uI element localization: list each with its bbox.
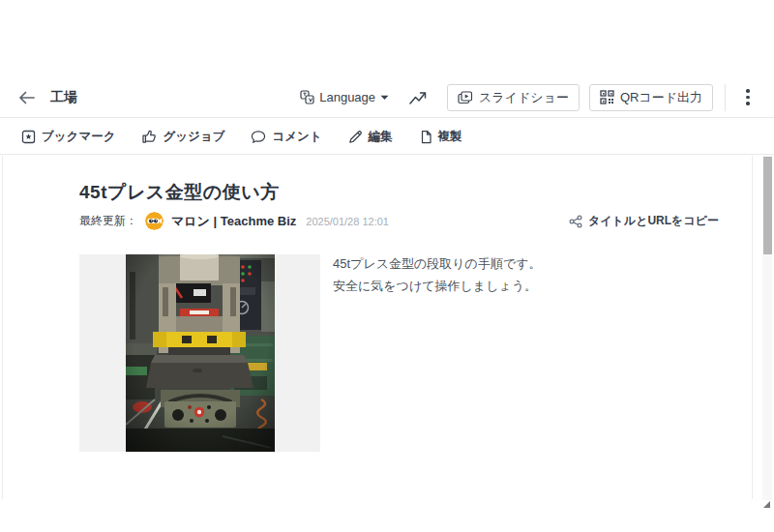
pencil-icon [348, 130, 363, 144]
qr-code-icon [600, 90, 614, 104]
intro-line: 安全に気をつけて操作しましょう。 [333, 276, 542, 298]
translate-icon [300, 90, 314, 104]
manual-title: 45tプレス金型の使い方 [79, 180, 280, 205]
author-avatar [145, 212, 164, 230]
language-label: Language [319, 90, 375, 104]
page-header: 工場 Language スライドショー QRコード出力 [0, 77, 774, 118]
analytics-button[interactable] [408, 89, 428, 106]
trend-chart-icon [408, 89, 428, 106]
updated-timestamp: 2025/01/28 12:01 [306, 216, 389, 227]
scrollbar-thumb[interactable] [763, 157, 772, 254]
edit-button[interactable]: 編集 [348, 129, 393, 145]
scrollbar[interactable] [762, 156, 772, 500]
comment-button[interactable]: コメント [251, 129, 321, 145]
thumbs-up-icon [141, 129, 157, 144]
language-button[interactable]: Language [300, 90, 389, 104]
press-machine-illustration [126, 254, 275, 452]
slideshow-label: スライドショー [479, 89, 569, 106]
last-updated-label: 最終更新： [79, 213, 137, 229]
goodjob-label: グッジョブ [163, 129, 224, 145]
duplicate-button[interactable]: 複製 [419, 129, 462, 145]
qr-code-button[interactable]: QRコード出力 [589, 84, 713, 111]
step-image[interactable] [79, 254, 320, 452]
author-name: マロン | Teachme Biz [171, 213, 296, 230]
bookmark-icon [21, 130, 36, 144]
share-icon [569, 215, 582, 228]
back-button[interactable] [15, 86, 39, 109]
intro-line: 45tプレス金型の段取りの手順です。 [333, 253, 542, 276]
duplicate-icon [419, 130, 432, 144]
kebab-icon [746, 89, 749, 104]
kebab-menu-button[interactable] [737, 86, 759, 109]
duplicate-label: 複製 [438, 129, 462, 145]
slideshow-button[interactable]: スライドショー [447, 84, 580, 111]
comment-label: コメント [272, 129, 321, 145]
goodjob-button[interactable]: グッジョブ [141, 129, 224, 145]
copy-title-url-label: タイトルとURLをコピー [588, 213, 719, 229]
edit-label: 編集 [369, 129, 393, 145]
bookmark-label: ブックマーク [42, 129, 115, 145]
comment-icon [251, 130, 266, 144]
manual-meta: 最終更新： マロン | Teachme Biz 2025/01/28 12:01 [79, 212, 389, 230]
intro-text: 45tプレス金型の段取りの手順です。 安全に気をつけて操作しましょう。 [333, 253, 542, 298]
header-divider [725, 84, 726, 111]
slideshow-icon [458, 91, 473, 104]
scroll-corner-icon [763, 501, 770, 508]
copy-title-url-button[interactable]: タイトルとURLをコピー [569, 213, 719, 229]
bookmark-button[interactable]: ブックマーク [21, 129, 115, 145]
manual-content-panel: 45tプレス金型の使い方 最終更新： マロン | Teachme Biz 202… [2, 156, 753, 499]
qr-code-label: QRコード出力 [620, 89, 702, 106]
page-title: 工場 [50, 89, 77, 106]
back-arrow-icon [18, 91, 36, 104]
action-toolbar: ブックマーク グッジョブ コメント 編集 複製 [0, 119, 774, 155]
chevron-down-icon [380, 95, 389, 101]
